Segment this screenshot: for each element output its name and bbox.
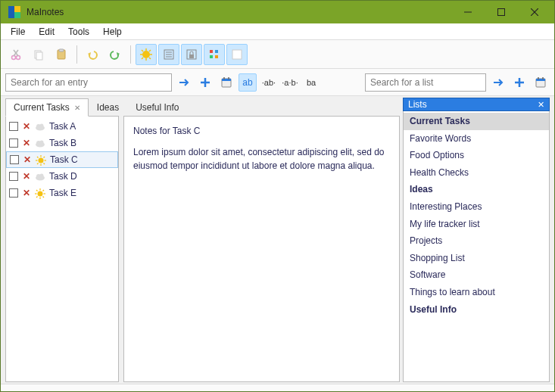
lists-panel-close-icon[interactable]: ✕ <box>538 100 544 110</box>
task-item[interactable]: ✕Task E <box>6 185 118 201</box>
maximize-button[interactable] <box>485 2 518 23</box>
list-item[interactable]: Favorite Words <box>404 130 549 148</box>
list-item[interactable]: Useful Info <box>404 301 549 319</box>
toolbar <box>1 40 554 69</box>
tab-label: Ideas <box>97 102 119 113</box>
list-item[interactable]: Shopping List <box>404 250 549 267</box>
list-item[interactable]: Things to learn about <box>404 284 549 301</box>
statusbar <box>1 384 554 391</box>
svg-line-72 <box>36 190 38 191</box>
tab-current-tasks[interactable]: Current Tasks✕ <box>5 98 89 117</box>
list-calendar-button[interactable] <box>532 73 550 92</box>
list-add-button[interactable] <box>510 73 528 92</box>
lists-panel-body: Current TasksFavorite WordsFood OptionsH… <box>403 111 550 382</box>
search-row: ab ·ab· ·a·b· ba <box>1 69 554 96</box>
svg-line-24 <box>149 50 151 51</box>
svg-rect-12 <box>36 52 42 60</box>
grid-view-button[interactable] <box>204 44 225 65</box>
task-item[interactable]: ✕Task A <box>6 118 118 135</box>
entry-search-input[interactable] <box>5 73 172 92</box>
list-item[interactable]: My life tracker list <box>404 216 549 233</box>
notes-pane[interactable]: Notes for Task C Lorem ipsum dolor sit a… <box>123 116 400 382</box>
svg-rect-2 <box>14 12 20 18</box>
svg-line-25 <box>142 58 143 59</box>
left-pane: Current Tasks✕IdeasUseful Info ✕Task A✕T… <box>5 98 400 382</box>
svg-line-74 <box>43 190 45 191</box>
match-mode-words[interactable]: ·a·b· <box>281 73 299 92</box>
task-checkbox[interactable] <box>9 172 18 181</box>
task-checkbox[interactable] <box>9 122 18 131</box>
main-area: Current Tasks✕IdeasUseful Info ✕Task A✕T… <box>1 96 554 384</box>
match-mode-reverse[interactable]: ba <box>302 73 320 92</box>
task-item[interactable]: ✕Task D <box>6 168 118 185</box>
svg-rect-1 <box>14 6 20 12</box>
new-entry-button[interactable] <box>136 44 157 65</box>
notes-title: Notes for Task C <box>133 124 390 138</box>
cut-button[interactable] <box>5 44 27 65</box>
menu-tools[interactable]: Tools <box>61 25 96 39</box>
list-search-input[interactable] <box>365 73 486 92</box>
lists-panel: Lists ✕ Current TasksFavorite WordsFood … <box>403 98 550 382</box>
copy-button[interactable] <box>28 44 49 65</box>
menu-help[interactable]: Help <box>96 25 129 39</box>
svg-rect-35 <box>215 55 218 58</box>
svg-line-22 <box>142 50 143 51</box>
list-item[interactable]: Health Checks <box>404 164 549 182</box>
close-button[interactable] <box>518 2 551 23</box>
sun-icon <box>36 155 46 164</box>
list-item[interactable]: Current Tasks <box>404 113 549 130</box>
entry-add-button[interactable] <box>196 73 214 92</box>
task-item[interactable]: ✕Task C <box>6 151 118 168</box>
task-delete-icon[interactable]: ✕ <box>22 188 31 198</box>
menu-file[interactable]: File <box>4 25 32 39</box>
task-checkbox[interactable] <box>9 188 18 198</box>
task-checkbox[interactable] <box>9 138 18 148</box>
cloud-icon <box>35 138 45 148</box>
lock-button[interactable] <box>181 44 202 65</box>
tab-ideas[interactable]: Ideas <box>89 98 127 116</box>
task-label: Task E <box>49 188 76 198</box>
paste-button[interactable] <box>51 44 72 65</box>
svg-rect-40 <box>222 79 231 81</box>
task-delete-icon[interactable]: ✕ <box>22 138 31 148</box>
entry-search-go-button[interactable] <box>175 73 193 92</box>
task-delete-icon[interactable]: ✕ <box>22 121 31 132</box>
list-item[interactable]: Projects <box>404 232 549 250</box>
svg-rect-33 <box>215 50 218 53</box>
redo-button[interactable] <box>104 44 126 65</box>
tab-label: Current Tasks <box>14 102 70 113</box>
svg-point-51 <box>40 124 44 128</box>
entry-calendar-button[interactable] <box>217 73 235 92</box>
svg-rect-31 <box>189 54 194 58</box>
task-delete-icon[interactable]: ✕ <box>23 154 32 165</box>
minimize-button[interactable] <box>451 2 485 23</box>
cloud-icon <box>35 172 45 181</box>
blank-view-button[interactable] <box>226 44 248 65</box>
task-label: Task B <box>49 138 76 148</box>
svg-rect-14 <box>59 49 64 51</box>
lists-panel-header: Lists ✕ <box>403 98 550 111</box>
svg-point-17 <box>142 51 150 58</box>
list-item[interactable]: Interesting Places <box>404 198 549 216</box>
undo-button[interactable] <box>82 44 103 65</box>
task-label: Task C <box>50 154 78 165</box>
tab-close-icon[interactable]: ✕ <box>74 104 80 112</box>
task-label: Task D <box>49 171 77 182</box>
match-mode-exact[interactable]: ab <box>239 73 257 92</box>
toolbar-separator <box>130 45 131 64</box>
menu-edit[interactable]: Edit <box>32 25 61 39</box>
svg-point-66 <box>40 174 44 178</box>
match-mode-contains[interactable]: ·ab· <box>260 73 278 92</box>
list-item[interactable]: Food Options <box>404 147 549 164</box>
svg-point-55 <box>39 158 44 163</box>
task-checkbox[interactable] <box>10 155 19 164</box>
lists-panel-title: Lists <box>408 99 427 110</box>
list-view-button[interactable] <box>158 44 179 65</box>
task-item[interactable]: ✕Task B <box>6 135 118 151</box>
task-delete-icon[interactable]: ✕ <box>22 171 31 182</box>
cloud-icon <box>35 122 45 131</box>
list-search-go-button[interactable] <box>489 73 507 92</box>
list-item[interactable]: Ideas <box>404 181 549 198</box>
tab-useful-info[interactable]: Useful Info <box>127 98 187 116</box>
list-item[interactable]: Software <box>404 266 549 284</box>
